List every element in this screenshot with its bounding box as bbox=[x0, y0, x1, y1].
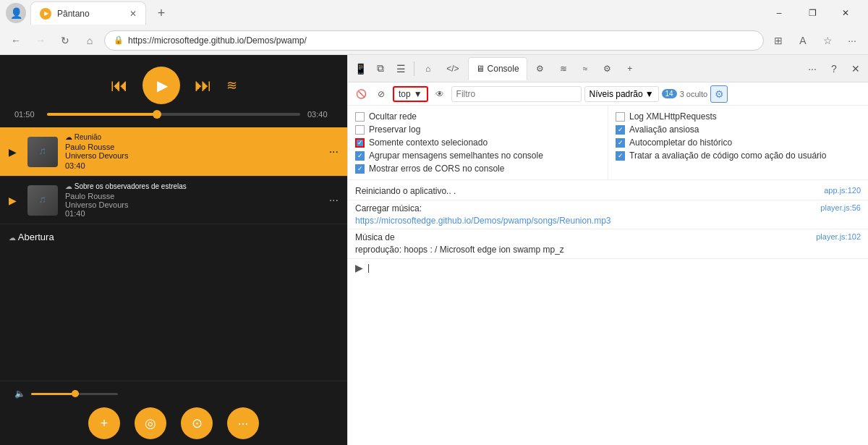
setting-cors-errors[interactable]: Mostrar erros de CORS no console bbox=[355, 164, 600, 174]
cors-errors-checkbox[interactable] bbox=[355, 164, 365, 174]
radio-button[interactable]: ⊙ bbox=[181, 407, 213, 439]
next-button[interactable]: ⏭ bbox=[195, 75, 212, 96]
devtools-tabs: 📱 ⧉ ☰ ⌂ </> 🖥 Console ⚙ ≋ ≈ ⚙ + ··· ? ✕ bbox=[348, 55, 868, 82]
message-text: Música de reprodução: hoops : / Microsof… bbox=[355, 232, 810, 256]
volume-track[interactable] bbox=[31, 393, 118, 395]
treat-as-user-checkbox[interactable] bbox=[616, 151, 625, 161]
context-selector[interactable]: top ▼ bbox=[393, 86, 428, 102]
selected-context-checkbox[interactable] bbox=[355, 138, 365, 148]
address-bar: ← → ↻ ⌂ 🔒 https://microsoftedge.github.i… bbox=[0, 26, 868, 55]
add-button[interactable]: + bbox=[88, 407, 120, 439]
log-level-selector[interactable]: Níveis padrão ▼ bbox=[584, 86, 659, 102]
eye-icon[interactable]: 👁 bbox=[431, 85, 448, 103]
refresh-button[interactable]: ↻ bbox=[55, 30, 75, 51]
message-text: Carregar música: https://microsoftedge.g… bbox=[355, 203, 814, 227]
clear-console-button[interactable]: 🚫 bbox=[352, 85, 370, 103]
filter-input[interactable] bbox=[451, 86, 582, 102]
home-button[interactable]: ⌂ bbox=[80, 30, 100, 51]
song-info: ☁ Sobre os observadores de estrelas Paul… bbox=[65, 182, 322, 218]
preserve-log-checkbox[interactable] bbox=[355, 125, 365, 135]
setting-autocomplete[interactable]: Autocompletar do histórico bbox=[616, 137, 861, 148]
tab-network[interactable]: ≋ bbox=[553, 57, 574, 80]
log-level-arrow: ▼ bbox=[645, 89, 654, 99]
url-bar[interactable]: 🔒 https://microsoftedge.github.io/Demos/… bbox=[104, 30, 764, 51]
song-more-button[interactable]: ··· bbox=[329, 194, 339, 207]
thumbnail-img: 🎵 bbox=[27, 185, 58, 216]
new-tab-button[interactable]: + bbox=[150, 2, 172, 24]
maximize-button[interactable]: ❐ bbox=[796, 1, 829, 25]
seek-track[interactable] bbox=[47, 113, 300, 116]
list-item[interactable]: ☁ Abertura bbox=[0, 224, 347, 253]
autocomplete-checkbox[interactable] bbox=[616, 138, 625, 148]
settings-column-1: Ocultar rede Preservar log Somente conte… bbox=[348, 106, 608, 179]
list-item[interactable]: ▶ 🎵 ☁ Sobre os observadores de estrelas … bbox=[0, 177, 347, 224]
cloud-icon: ☁ Reunião bbox=[65, 133, 322, 141]
song-more-button[interactable]: ··· bbox=[329, 145, 339, 158]
play-button[interactable] bbox=[142, 67, 180, 104]
total-time: 03:40 bbox=[307, 110, 333, 119]
devtools-close-button[interactable]: ✕ bbox=[846, 59, 865, 78]
tab-close-button[interactable]: ✕ bbox=[129, 9, 137, 19]
devtools-panel: 📱 ⧉ ☰ ⌂ </> 🖥 Console ⚙ ≋ ≈ ⚙ + ··· ? ✕ … bbox=[347, 55, 868, 445]
tab-home[interactable]: ⌂ bbox=[418, 57, 438, 80]
more-button[interactable]: ··· bbox=[227, 407, 259, 439]
setting-eager-eval[interactable]: Avaliação ansiosa bbox=[616, 124, 861, 135]
setting-log-xhr[interactable]: Log XMLHttpRequests bbox=[616, 111, 861, 122]
message-source-1[interactable]: player.js:56 bbox=[820, 203, 861, 213]
tab-settings[interactable]: ⚙ bbox=[596, 57, 618, 80]
media-player: ⏮ ⏭ ≋ 01:50 03:40 ▶ 🎵 ☁ Reunião bbox=[0, 55, 347, 445]
bottom-buttons: + ◎ ⊙ ··· bbox=[14, 407, 333, 439]
message-source-2[interactable]: player.js:102 bbox=[816, 232, 861, 242]
group-messages-checkbox[interactable] bbox=[355, 151, 365, 161]
tab-add[interactable]: + bbox=[620, 57, 639, 80]
prev-button[interactable]: ⏮ bbox=[111, 75, 128, 96]
setting-treat-as-user[interactable]: Tratar a avaliação de código como ação d… bbox=[616, 151, 861, 161]
message-source-0[interactable]: app.js:120 bbox=[824, 185, 861, 196]
tab-console[interactable]: 🖥 Console bbox=[468, 57, 527, 80]
selected-context-label: Somente contexto selecionado bbox=[369, 137, 488, 148]
console-settings-button[interactable]: ⚙ bbox=[710, 85, 728, 103]
setting-preserve-log[interactable]: Preservar log bbox=[355, 124, 600, 135]
devtools-screencast-button[interactable]: 📱 bbox=[351, 59, 370, 78]
compass-button[interactable]: ◎ bbox=[135, 407, 166, 439]
more-icon[interactable]: ··· bbox=[842, 30, 862, 51]
devtools-more-button[interactable]: ··· bbox=[803, 59, 822, 78]
devtools-help-button[interactable]: ? bbox=[825, 59, 843, 78]
song-artist: Paulo Rousse bbox=[65, 143, 322, 151]
track-fill bbox=[47, 113, 161, 116]
hide-network-checkbox[interactable] bbox=[355, 112, 365, 122]
volume-row: 🔈 bbox=[14, 389, 333, 399]
setting-hide-network[interactable]: Ocultar rede bbox=[355, 111, 600, 122]
user-avatar[interactable]: 👤 bbox=[6, 3, 26, 23]
forward-button[interactable]: → bbox=[30, 30, 51, 51]
tab-elements[interactable]: </> bbox=[439, 57, 466, 80]
list-item[interactable]: ▶ 🎵 ☁ Reunião Paulo Rousse Universo Devo… bbox=[0, 127, 347, 177]
back-button[interactable]: ← bbox=[6, 30, 26, 51]
console-prompt: ▶ | bbox=[348, 259, 868, 276]
tab-sources[interactable]: ≈ bbox=[576, 57, 595, 80]
tab-performance[interactable]: ⚙ bbox=[529, 57, 551, 80]
prompt-expand-icon[interactable]: ▶ bbox=[355, 262, 363, 274]
devtools-dock-button[interactable]: ☰ bbox=[391, 59, 410, 78]
cloud-icon: ☁ Sobre os observadores de estrelas bbox=[65, 182, 322, 190]
read-aloud-icon[interactable]: A bbox=[793, 30, 813, 51]
setting-selected-context[interactable]: Somente contexto selecionado bbox=[355, 137, 600, 148]
setting-group-messages[interactable]: Agrupar mensagens semelhantes no console bbox=[355, 151, 600, 161]
favorites-icon[interactable]: ☆ bbox=[817, 30, 838, 51]
collections-icon[interactable]: ⊞ bbox=[768, 30, 788, 51]
console-link[interactable]: https://microsoftedge.github.io/Demos/pw… bbox=[355, 216, 611, 226]
log-xhr-label: Log XMLHttpRequests bbox=[629, 111, 717, 122]
log-xhr-checkbox[interactable] bbox=[616, 112, 625, 122]
context-value: top bbox=[399, 89, 411, 99]
devtools-inspect-button[interactable]: ⧉ bbox=[371, 59, 390, 78]
cors-errors-label: Mostrar erros de CORS no console bbox=[369, 164, 504, 174]
minimize-button[interactable]: – bbox=[762, 1, 796, 25]
console-input[interactable]: | bbox=[367, 263, 861, 273]
volume-thumb bbox=[72, 390, 79, 397]
song-duration: 03:40 bbox=[65, 161, 322, 170]
filter-toggle-button[interactable]: ⊘ bbox=[373, 85, 390, 103]
close-button[interactable]: ✕ bbox=[829, 1, 862, 25]
console-tab-icon: 🖥 bbox=[476, 64, 485, 74]
eager-eval-checkbox[interactable] bbox=[616, 125, 625, 135]
lock-icon: 🔒 bbox=[114, 35, 124, 45]
